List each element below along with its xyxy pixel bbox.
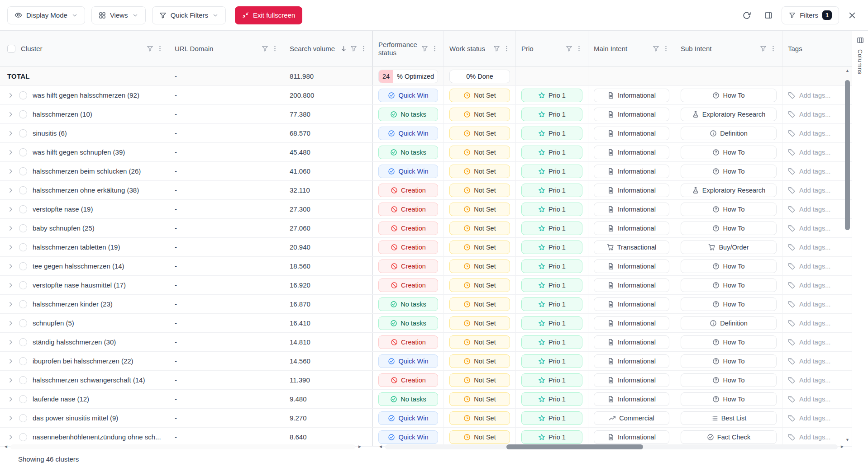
chevron-right-icon[interactable] [7,358,14,365]
work-status-badge[interactable]: Not Set [449,373,510,387]
scrollbar-track[interactable] [845,73,850,438]
main-intent-badge[interactable]: Informational [594,89,669,102]
sub-intent-badge[interactable]: Definition [681,127,777,140]
prio-badge[interactable]: Prio 1 [521,297,582,311]
main-intent-badge[interactable]: Informational [594,297,669,311]
scroll-down-arrow[interactable]: ▼ [845,438,849,442]
performance-status-badge[interactable]: Creation [378,203,438,216]
table-row[interactable]: laufende nase (12) - 9.480 No tasks Not … [0,390,852,409]
performance-status-badge[interactable]: Quick Win [378,354,438,368]
tags-cell[interactable]: Add tags... [782,409,852,427]
row-checkbox[interactable] [19,338,27,346]
work-status-badge[interactable]: Not Set [449,335,510,349]
row-checkbox[interactable] [19,433,27,441]
work-status-badge[interactable]: Not Set [449,108,510,121]
prio-badge[interactable]: Prio 1 [521,373,582,387]
sub-intent-badge[interactable]: How To [681,335,777,349]
performance-status-badge[interactable]: Quick Win [378,127,438,140]
table-row[interactable]: tee gegen halsschmerzen (14) - 18.560 Cr… [0,257,852,276]
work-status-badge[interactable]: Not Set [449,222,510,235]
work-status-badge[interactable]: Not Set [449,146,510,159]
row-checkbox[interactable] [19,205,27,213]
performance-status-badge[interactable]: Quick Win [378,89,438,102]
tags-cell[interactable]: Add tags... [782,390,852,408]
chevron-right-icon[interactable] [7,244,14,251]
performance-status-badge[interactable]: Quick Win [378,430,438,444]
table-row[interactable]: sinusitis (6) - 68.570 Quick Win Not Set… [0,124,852,143]
work-status-badge[interactable]: Not Set [449,392,510,406]
performance-status-badge[interactable]: Quick Win [378,165,438,178]
row-checkbox[interactable] [19,414,27,422]
main-intent-badge[interactable]: Informational [594,222,669,235]
chevron-right-icon[interactable] [7,339,14,346]
prio-badge[interactable]: Prio 1 [521,165,582,178]
main-intent-badge[interactable]: Informational [594,278,669,292]
kebab-icon[interactable] [576,45,582,52]
row-checkbox[interactable] [19,129,27,137]
sub-intent-badge[interactable]: Best List [681,411,777,425]
table-row[interactable]: was hilft gegen halsschmerzen (92) - 200… [0,86,852,105]
main-intent-badge[interactable]: Informational [594,259,669,273]
tags-cell[interactable]: Add tags... [782,86,852,104]
funnel-icon[interactable] [760,45,767,52]
performance-status-badge[interactable]: No tasks [378,297,438,311]
row-checkbox[interactable] [19,224,27,232]
chevron-right-icon[interactable] [7,130,14,137]
performance-status-badge[interactable]: Creation [378,241,438,254]
sub-intent-badge[interactable]: How To [681,165,777,178]
work-status-badge[interactable]: Not Set [449,184,510,197]
kebab-icon[interactable] [272,45,278,52]
chevron-right-icon[interactable] [7,263,14,270]
chevron-right-icon[interactable] [7,206,14,213]
prio-badge[interactable]: Prio 1 [521,184,582,197]
horizontal-scrollbar-thumb[interactable] [506,444,643,449]
main-intent-badge[interactable]: Informational [594,108,669,121]
scrollbar-track[interactable] [10,444,355,449]
main-intent-badge[interactable]: Informational [594,203,669,216]
work-status-badge[interactable]: Not Set [449,430,510,444]
frozen-pane-horizontal-scrollbar[interactable]: ◄ ► [4,443,362,450]
sub-intent-badge[interactable]: How To [681,354,777,368]
tags-cell[interactable]: Add tags... [782,314,852,332]
sub-intent-badge[interactable]: How To [681,373,777,387]
sub-intent-badge[interactable]: How To [681,203,777,216]
table-row[interactable]: halsschmerzen (10) - 77.380 No tasks Not… [0,105,852,124]
main-intent-badge[interactable]: Transactional [594,241,669,254]
row-checkbox[interactable] [19,395,27,403]
funnel-icon[interactable] [566,45,572,52]
column-header-tags[interactable]: Tags [782,31,852,66]
row-checkbox[interactable] [19,281,27,289]
kebab-icon[interactable] [360,45,367,52]
funnel-icon[interactable] [653,45,659,52]
chevron-right-icon[interactable] [7,396,14,403]
chevron-right-icon[interactable] [7,92,14,99]
sub-intent-badge[interactable]: How To [681,222,777,235]
tags-cell[interactable]: Add tags... [782,200,852,218]
sub-intent-badge[interactable]: How To [681,146,777,159]
performance-status-badge[interactable]: No tasks [378,146,438,159]
row-checkbox[interactable] [19,262,27,270]
prio-badge[interactable]: Prio 1 [521,108,582,121]
main-intent-badge[interactable]: Informational [594,146,669,159]
vertical-scrollbar-thumb[interactable] [845,80,850,230]
vertical-scrollbar[interactable]: ▲ ▼ [844,69,850,442]
performance-status-badge[interactable]: Quick Win [378,411,438,425]
work-status-badge[interactable]: Not Set [449,259,510,273]
sub-intent-badge[interactable]: Buy/Order [681,241,777,254]
prio-badge[interactable]: Prio 1 [521,430,582,444]
tags-cell[interactable]: Add tags... [782,295,852,313]
row-checkbox[interactable] [19,167,27,175]
row-checkbox[interactable] [19,357,27,365]
arrow-down-icon[interactable] [340,45,347,52]
column-header-url-domain[interactable]: URL Domain [169,31,284,66]
work-status-badge[interactable]: Not Set [449,203,510,216]
row-checkbox[interactable] [19,110,27,118]
work-status-badge[interactable]: Not Set [449,165,510,178]
table-row[interactable]: halsschmerzen ohne erkältung (38) - 32.1… [0,181,852,200]
column-header-sub-intent[interactable]: Sub Intent [675,31,782,66]
row-checkbox[interactable] [19,148,27,156]
sub-intent-badge[interactable]: Definition [681,316,777,330]
table-row[interactable]: was hilft gegen schnupfen (39) - 45.480 … [0,143,852,162]
main-intent-badge[interactable]: Informational [594,373,669,387]
work-status-badge[interactable]: Not Set [449,411,510,425]
